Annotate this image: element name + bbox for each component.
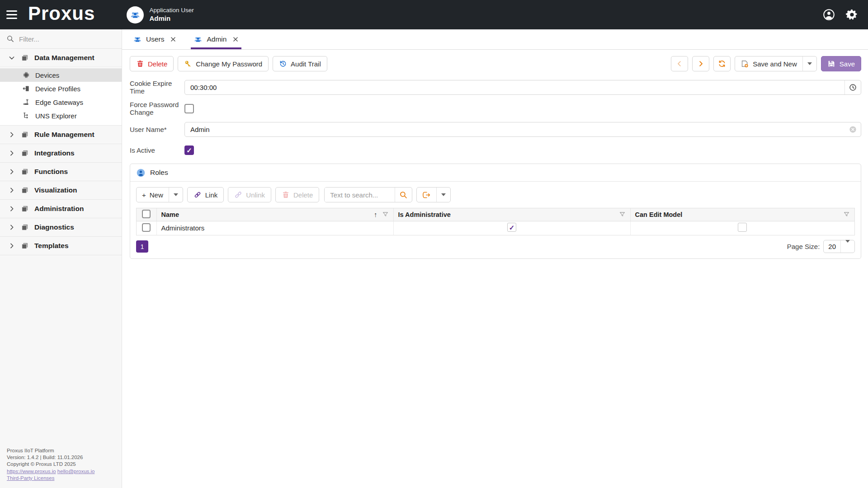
sidebar-item-device-profiles[interactable]: Device Profiles [0, 82, 122, 95]
unlink-delete-button[interactable]: Delete [275, 187, 319, 202]
trash-icon [282, 191, 290, 199]
roles-panel-title: Roles [150, 169, 168, 177]
clear-input-button[interactable] [844, 122, 861, 136]
sidebar-group-label: Integrations [34, 149, 75, 157]
export-button[interactable] [417, 188, 436, 202]
roles-panel-header: Roles [130, 164, 861, 182]
page-1-button[interactable]: 1 [136, 240, 148, 253]
tab-bar: Users Admin [122, 29, 868, 50]
is-active-checkbox[interactable] [184, 145, 194, 155]
sidebar-group-templates[interactable]: Templates [0, 237, 122, 255]
key-icon [184, 60, 192, 68]
clear-circle-icon [849, 125, 857, 134]
sidebar-group-integrations[interactable]: Integrations [0, 144, 122, 163]
cookie-expire-input[interactable] [185, 80, 844, 94]
column-header-can-edit-model: Can Edit Model [635, 211, 683, 218]
save-and-new-button[interactable]: Save and New [735, 56, 802, 71]
prev-record-button[interactable] [671, 56, 688, 71]
footer-email-link[interactable]: hello@proxus.io [57, 469, 95, 474]
sidebar: Data Management Devices Device Profiles [0, 29, 122, 488]
role-user-icon [136, 168, 146, 178]
export-dropdown[interactable] [436, 188, 450, 202]
sidebar-item-uns-explorer[interactable]: UNS Explorer [0, 109, 122, 122]
user-form: Cookie Expire Time Force Password Change… [122, 77, 868, 158]
module-stack-icon [20, 53, 29, 62]
row-select-checkbox[interactable] [142, 223, 151, 232]
delete-button[interactable]: Delete [130, 56, 174, 71]
refresh-button[interactable] [713, 56, 731, 71]
caret-down-icon [845, 240, 850, 250]
sidebar-item-edge-gateways[interactable]: Edge Gateways [0, 95, 122, 109]
roles-search-button[interactable] [395, 188, 412, 202]
new-dropdown[interactable] [169, 188, 183, 202]
close-icon[interactable] [232, 36, 239, 42]
footer-licenses-link[interactable]: Third-Party Licenses [7, 475, 54, 481]
save-and-new-dropdown[interactable] [802, 56, 816, 71]
change-password-button[interactable]: Change My Password [178, 56, 269, 71]
account-icon[interactable] [823, 9, 835, 21]
close-icon[interactable] [170, 36, 176, 42]
sidebar-group-diagnostics[interactable]: Diagnostics [0, 218, 122, 237]
save-button[interactable]: Save [821, 56, 861, 71]
force-password-change-checkbox[interactable] [184, 104, 194, 113]
sidebar-group-functions[interactable]: Functions [0, 163, 122, 181]
module-stack-icon [20, 204, 29, 213]
next-record-button[interactable] [692, 56, 709, 71]
sidebar-item-devices[interactable]: Devices [0, 68, 122, 82]
page-size-select[interactable]: 20 [823, 240, 855, 253]
sidebar-item-label: Devices [35, 71, 59, 79]
roles-search-input[interactable] [325, 188, 395, 202]
chevron-right-icon [8, 150, 15, 157]
caret-down-icon [174, 193, 178, 196]
new-button[interactable]: + New [137, 188, 169, 202]
app-footer: Proxus IIoT Platform Version: 1.4.2 | Bu… [7, 447, 95, 482]
sidebar-group-administration[interactable]: Administration [0, 200, 122, 218]
sort-asc-icon[interactable]: ↑ [374, 211, 377, 218]
filter-input[interactable] [19, 35, 115, 43]
filter-funnel-icon[interactable] [619, 211, 626, 218]
sidebar-item-label: Device Profiles [35, 85, 80, 93]
sidebar-group-data-management[interactable]: Data Management [0, 49, 122, 67]
record-toolbar: Delete Change My Password Audit Trail [122, 50, 868, 77]
users-icon [193, 35, 203, 44]
select-all-checkbox[interactable] [142, 210, 151, 218]
tab-admin[interactable]: Admin [191, 29, 241, 49]
sidebar-group-rule-management[interactable]: Rule Management [0, 126, 122, 144]
export-icon [422, 191, 431, 199]
sidebar-group-label: Data Management [34, 54, 94, 62]
save-and-new-split-button: Save and New [735, 56, 817, 71]
is-administrative-checkbox[interactable] [507, 223, 516, 232]
sidebar-group-label: Functions [34, 168, 68, 176]
settings-gear-icon[interactable] [846, 9, 858, 21]
tab-users[interactable]: Users [130, 29, 179, 49]
filter-funnel-icon[interactable] [843, 211, 850, 218]
app-logo: Proxus [28, 4, 95, 26]
plus-icon: + [142, 191, 146, 199]
sidebar-group-label: Diagnostics [34, 223, 74, 231]
column-header-name: Name [161, 211, 179, 218]
main-content: Users Admin Delete Change My P [122, 29, 868, 488]
unlink-button[interactable]: Unlink [228, 187, 271, 202]
can-edit-model-checkbox[interactable] [738, 223, 747, 232]
sidebar-group-visualization[interactable]: Visualization [0, 181, 122, 200]
cookie-expire-group [184, 80, 861, 95]
menu-toggle-icon[interactable] [6, 7, 22, 23]
roles-table-wrap: Name ↑ Is Administrative [136, 208, 855, 235]
search-icon [399, 191, 408, 199]
current-user-block[interactable]: Application User Admin [127, 6, 193, 23]
filter-funnel-icon[interactable] [382, 211, 389, 218]
time-picker-button[interactable] [844, 80, 861, 94]
tab-label: Admin [207, 35, 226, 43]
trash-icon [136, 60, 144, 68]
user-name-group [184, 122, 861, 137]
avatar [127, 6, 144, 23]
audit-trail-button[interactable]: Audit Trail [273, 56, 327, 71]
footer-website-link[interactable]: https://www.proxus.io [7, 469, 56, 474]
user-name-input[interactable] [185, 122, 844, 136]
gateway-icon [22, 98, 30, 106]
table-row[interactable]: Administrators [137, 221, 854, 235]
footer-product: Proxus IIoT Platform [7, 447, 95, 454]
link-button[interactable]: Link [187, 187, 224, 202]
users-icon [130, 9, 141, 20]
user-name-label: User Name* [130, 126, 184, 133]
